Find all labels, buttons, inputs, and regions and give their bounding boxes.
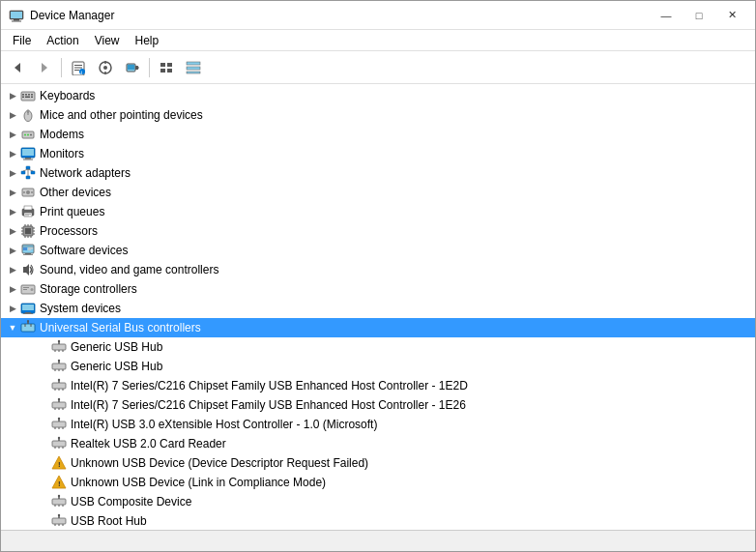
- svg-point-41: [30, 134, 32, 136]
- tree-item-sound[interactable]: ▶ Sound, video and game controllers: [1, 260, 755, 279]
- close-button[interactable]: ✕: [716, 6, 747, 25]
- minimize-button[interactable]: —: [651, 6, 682, 25]
- expand-arrow-print[interactable]: ▶: [5, 204, 20, 219]
- expand-arrow-modems[interactable]: ▶: [5, 127, 20, 142]
- tree-item-usb[interactable]: ▼ Universal Serial Bus controllers: [1, 318, 755, 337]
- tree-item-generic-hub-2[interactable]: ▶ Generic USB Hub: [1, 357, 755, 376]
- monitors-icon: [20, 146, 36, 161]
- svg-point-139: [58, 495, 60, 497]
- tree-item-software[interactable]: ▶ Software devices: [1, 241, 755, 260]
- forward-button[interactable]: [32, 55, 57, 80]
- tree-item-unknown-descriptor[interactable]: ▶ ! Unknown USB Device (Device Descripto…: [1, 453, 755, 473]
- menu-file[interactable]: File: [5, 32, 39, 49]
- svg-rect-29: [25, 94, 27, 96]
- svg-rect-45: [23, 160, 33, 160]
- svg-rect-143: [52, 518, 66, 524]
- processors-label: Processors: [40, 224, 98, 238]
- toolbar-separator-2: [149, 58, 150, 77]
- other-icon: [20, 185, 36, 200]
- generic-hub-2-label: Generic USB Hub: [71, 360, 162, 373]
- svg-marker-83: [23, 264, 29, 276]
- update-driver-button[interactable]: [93, 55, 118, 80]
- svg-point-94: [27, 320, 29, 322]
- svg-text:!: !: [58, 460, 61, 469]
- usb-hub-icon-2: [51, 359, 67, 374]
- tree-item-intel-1e2d[interactable]: ▶ Intel(R) 7 Series/C216 Chipset Family …: [1, 376, 755, 395]
- expand-arrow-storage[interactable]: ▶: [5, 281, 20, 297]
- svg-rect-8: [74, 67, 82, 68]
- svg-rect-44: [25, 158, 31, 160]
- software-label: Software devices: [40, 244, 128, 257]
- window-title: Device Manager: [30, 9, 114, 22]
- tree-item-intel-usb3[interactable]: ▶ Intel(R) USB 3.0 eXtensible Host Contr…: [1, 415, 755, 434]
- tree-item-composite[interactable]: ▶ USB Composite Device: [1, 492, 755, 511]
- generic-hub-1-label: Generic USB Hub: [71, 340, 162, 354]
- root-hub-icon-1: [51, 513, 67, 529]
- svg-rect-79: [28, 247, 33, 249]
- menu-help[interactable]: Help: [128, 32, 167, 49]
- svg-rect-82: [23, 254, 33, 255]
- menubar: File Action View Help: [1, 30, 755, 51]
- expand-arrow-other[interactable]: ▶: [5, 185, 20, 200]
- back-button[interactable]: [5, 55, 30, 80]
- properties-icon: i: [71, 60, 86, 75]
- expand-arrow-processors[interactable]: ▶: [5, 223, 20, 239]
- svg-rect-26: [187, 72, 200, 73]
- tree-item-monitors[interactable]: ▶ Monitors: [1, 144, 755, 163]
- tree-item-mice[interactable]: ▶ Mice and other pointing devices: [1, 105, 755, 125]
- view-by-type-button[interactable]: [154, 55, 179, 80]
- expand-arrow-network[interactable]: ▶: [5, 165, 20, 181]
- svg-point-54: [26, 190, 30, 194]
- tree-item-storage[interactable]: ▶ Storage controllers: [1, 279, 755, 299]
- tree-item-unknown-compliance[interactable]: ▶ ! Unknown USB Device (Link in Complian…: [1, 473, 755, 492]
- svg-rect-25: [187, 67, 200, 70]
- expand-arrow-mice[interactable]: ▶: [5, 107, 20, 123]
- svg-rect-121: [52, 421, 66, 427]
- scan-hardware-button[interactable]: [120, 55, 145, 80]
- tree-item-realtek[interactable]: ▶ Realtek USB 2.0 Card Reader: [1, 434, 755, 453]
- tree-item-root-hub-1[interactable]: ▶ USB Root Hub: [1, 511, 755, 530]
- storage-label: Storage controllers: [40, 282, 137, 296]
- tree-item-network[interactable]: ▶ Network adapters: [1, 163, 755, 183]
- tree-panel[interactable]: ▶ Keyboards ▶: [1, 84, 755, 530]
- expand-arrow-monitors[interactable]: ▶: [5, 146, 20, 161]
- tree-item-system[interactable]: ▶ System devices: [1, 299, 755, 318]
- svg-point-111: [58, 379, 60, 381]
- expand-arrow-system[interactable]: ▶: [5, 301, 20, 316]
- tree-item-print[interactable]: ▶ Print queues: [1, 202, 755, 221]
- svg-rect-47: [21, 171, 25, 174]
- tree-item-keyboards[interactable]: ▶ Keyboards: [1, 86, 755, 105]
- usb-chip-icon-1: [51, 378, 67, 393]
- processors-icon: [20, 223, 36, 239]
- maximize-button[interactable]: □: [683, 6, 714, 25]
- svg-rect-21: [160, 69, 165, 73]
- realtek-icon: [51, 436, 67, 451]
- expand-arrow-usb[interactable]: ▼: [5, 320, 20, 335]
- expand-arrow-sound[interactable]: ▶: [5, 262, 20, 277]
- intel-usb3-label: Intel(R) USB 3.0 eXtensible Host Control…: [71, 418, 377, 431]
- forward-icon: [38, 61, 51, 74]
- mice-label: Mice and other pointing devices: [40, 108, 203, 122]
- warning-icon-2: !: [51, 475, 67, 490]
- tree-item-generic-hub-1[interactable]: ▶ Generic USB Hub: [1, 337, 755, 357]
- svg-line-50: [23, 169, 28, 171]
- svg-rect-32: [22, 97, 24, 99]
- expand-arrow-software[interactable]: ▶: [5, 243, 20, 258]
- menu-action[interactable]: Action: [39, 32, 86, 49]
- tree-item-intel-1e26[interactable]: ▶ Intel(R) 7 Series/C216 Chipset Family …: [1, 395, 755, 415]
- svg-rect-103: [52, 363, 66, 369]
- expand-arrow-keyboards[interactable]: ▶: [5, 88, 20, 103]
- tree-item-other[interactable]: ▶ Other devices: [1, 183, 755, 202]
- svg-rect-28: [22, 94, 24, 96]
- print-icon: [20, 204, 36, 219]
- properties-button[interactable]: i: [66, 55, 91, 80]
- view-by-connection-button[interactable]: [181, 55, 206, 80]
- tree-item-modems[interactable]: ▶ Modems: [1, 125, 755, 144]
- device-manager-window: Device Manager — □ ✕ File Action View He…: [0, 0, 756, 552]
- menu-view[interactable]: View: [87, 32, 128, 49]
- realtek-label: Realtek USB 2.0 Card Reader: [71, 437, 226, 450]
- tree-item-processors[interactable]: ▶: [1, 221, 755, 241]
- svg-point-117: [58, 398, 60, 400]
- svg-point-37: [27, 110, 29, 113]
- svg-rect-31: [31, 94, 33, 96]
